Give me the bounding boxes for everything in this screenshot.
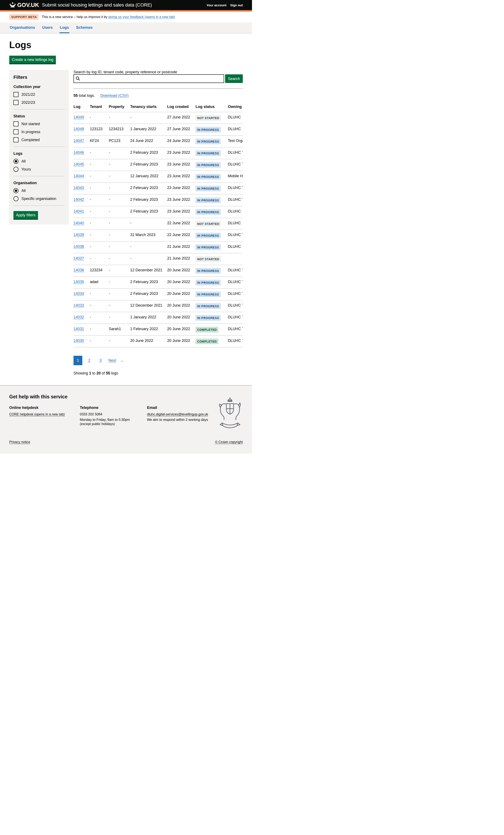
log-id-link[interactable]: 14046 <box>74 150 84 155</box>
status-label: Status <box>14 114 65 119</box>
radio-label-logs-yours[interactable]: Yours <box>21 167 31 171</box>
cell-tenancy-starts: 12 January 2022 <box>130 171 167 183</box>
log-id-link[interactable]: 14042 <box>74 198 84 202</box>
log-id-link[interactable]: 14031 <box>74 327 84 331</box>
log-id-link[interactable]: 14035 <box>74 280 84 284</box>
header-account-nav: Your account Sign out <box>206 3 243 7</box>
log-id-link[interactable]: 14030 <box>74 339 84 343</box>
log-id-link[interactable]: 14033 <box>74 303 84 307</box>
cell-log-status: IN PROGRESS <box>196 136 228 147</box>
table-row: 14044--12 January 202223 June 2022IN PRO… <box>74 171 243 183</box>
cell-property: - <box>109 300 130 312</box>
search-input[interactable] <box>74 74 224 83</box>
cell-tenancy-starts: 1 January 2022 <box>130 124 167 136</box>
telephone-heading: Telephone <box>80 406 147 410</box>
filter-divider <box>14 205 65 206</box>
cell-property: - <box>109 112 130 124</box>
log-id-link[interactable]: 14032 <box>74 315 84 319</box>
download-csv-link[interactable]: Download (CSV) <box>100 94 128 98</box>
checkbox-label-2021-22[interactable]: 2021/22 <box>21 93 35 97</box>
log-status-tag: IN PROGRESS <box>196 186 221 191</box>
service-name-link[interactable]: Submit social housing lettings and sales… <box>42 2 152 8</box>
cell-log: 14032 <box>74 312 90 324</box>
pagination-page-3[interactable]: 3 <box>96 356 105 365</box>
pagination-page-2[interactable]: 2 <box>85 356 94 365</box>
apply-filters-button[interactable]: Apply filters <box>14 211 38 219</box>
cell-log-status: IN PROGRESS <box>196 147 228 159</box>
crown-copyright-link[interactable]: © Crown copyright <box>215 440 243 444</box>
cell-log: 14044 <box>74 171 90 183</box>
cell-log-status: IN PROGRESS <box>196 242 228 253</box>
checkbox-label-2022-23[interactable]: 2022/23 <box>21 100 35 105</box>
log-id-link[interactable]: 14047 <box>74 139 84 143</box>
your-account-link[interactable]: Your account <box>206 3 226 7</box>
nav-item-organisations[interactable]: Organisations <box>9 22 36 33</box>
log-id-link[interactable]: 14040 <box>74 221 84 225</box>
filter-divider <box>14 109 65 109</box>
log-id-link[interactable]: 14041 <box>74 209 84 213</box>
cell-owning-organisation: DLUHC Tes <box>228 195 243 206</box>
log-id-link[interactable]: 14049 <box>74 115 84 119</box>
checkbox-label-completed[interactable]: Completed <box>21 138 40 142</box>
nav-item-logs[interactable]: Logs <box>59 22 69 33</box>
feedback-link[interactable]: giving us your feedback (opens in a new … <box>108 15 175 19</box>
privacy-notice-link[interactable]: Privacy notice <box>9 440 30 444</box>
checkbox-completed[interactable] <box>14 137 19 142</box>
cell-tenant: - <box>90 324 109 335</box>
phase-banner-message: This is a new service – help us improve … <box>42 15 107 19</box>
log-id-link[interactable]: 14048 <box>74 127 84 131</box>
cell-log: 14048 <box>74 124 90 136</box>
cell-log-created: 24 June 2022 <box>167 136 196 147</box>
checkbox-label-in-progress[interactable]: In progress <box>21 130 40 134</box>
cell-property: 1234213 <box>109 124 130 136</box>
cell-log-created: 21 June 2022 <box>167 253 196 265</box>
table-row: 1404812312312342131 January 202227 June … <box>74 124 243 136</box>
radio-organisation-all[interactable] <box>14 188 19 193</box>
cell-property: - <box>109 218 130 230</box>
email-heading: Email <box>147 406 210 410</box>
radio-label-organisation-all[interactable]: All <box>21 189 26 193</box>
total-logs-count: 55 <box>74 94 78 98</box>
log-id-link[interactable]: 14045 <box>74 162 84 166</box>
nav-item-schemes[interactable]: Schemes <box>76 22 93 33</box>
radio-logs-yours[interactable] <box>14 167 19 172</box>
log-id-link[interactable]: 14039 <box>74 233 84 237</box>
cell-property: - <box>109 288 130 300</box>
core-helpdesk-link[interactable]: CORE helpdesk (opens in a new tab) <box>9 412 65 416</box>
cell-tenant: - <box>90 112 109 124</box>
cell-tenancy-starts: 2 February 2023 <box>130 277 167 288</box>
log-id-link[interactable]: 14034 <box>74 291 84 296</box>
email-address-link[interactable]: dluhc.digital-services@levellingup.gov.u… <box>147 412 208 416</box>
checkbox-2021-22[interactable] <box>14 92 19 97</box>
pagination-next-link[interactable]: Next <box>107 356 117 365</box>
checkbox-in-progress[interactable] <box>14 129 19 135</box>
log-id-link[interactable]: 14043 <box>74 186 84 190</box>
showing-total: 55 <box>106 371 110 375</box>
log-id-link[interactable]: 14037 <box>74 256 84 260</box>
nav-item-users[interactable]: Users <box>42 22 53 33</box>
telephone-hours-exception: (except public holidays) <box>80 422 147 426</box>
cell-log: 14038 <box>74 242 90 253</box>
checkbox-2022-23[interactable] <box>14 100 19 105</box>
radio-logs-all[interactable] <box>14 159 19 164</box>
log-id-link[interactable]: 14038 <box>74 244 84 249</box>
radio-label-logs-all[interactable]: All <box>21 159 26 164</box>
checkbox-label-not-started[interactable]: Not started <box>21 122 40 126</box>
radio-specific-organisation[interactable] <box>14 196 19 201</box>
pagination-page-1[interactable]: 1 <box>74 356 82 365</box>
search-button[interactable]: Search <box>225 74 243 83</box>
table-row: 14032--1 January 202220 June 2022IN PROG… <box>74 312 243 324</box>
cell-tenant: - <box>90 300 109 312</box>
govuk-home-link[interactable]: GOV.UK <box>9 2 39 8</box>
create-lettings-log-button[interactable]: Create a new lettings log <box>9 56 56 64</box>
table-row: 14033--12 December 202120 June 2022IN PR… <box>74 300 243 312</box>
cell-property: - <box>109 277 130 288</box>
radio-label-specific-organisation[interactable]: Specific organisation <box>21 197 56 201</box>
log-status-tag: IN PROGRESS <box>196 150 221 156</box>
logs-filter-label: Logs <box>14 151 65 156</box>
checkbox-not-started[interactable] <box>14 121 19 126</box>
log-id-link[interactable]: 14036 <box>74 268 84 272</box>
sign-out-link[interactable]: Sign out <box>230 3 243 7</box>
cell-tenancy-starts: 2 February 2023 <box>130 147 167 159</box>
log-id-link[interactable]: 14044 <box>74 174 84 178</box>
